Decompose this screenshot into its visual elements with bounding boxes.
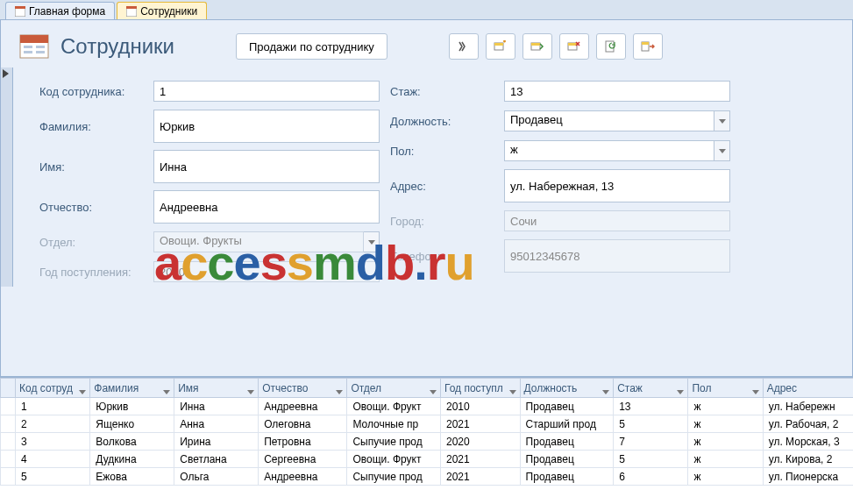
gender-select[interactable]: ж xyxy=(504,140,714,161)
cell[interactable]: 5 xyxy=(614,415,688,433)
cell[interactable]: Старший прод xyxy=(520,415,614,433)
table-row[interactable]: 2ЯщенкоАннаОлеговнаМолочные пр2021Старши… xyxy=(1,415,854,433)
close-form-button[interactable] xyxy=(633,33,663,60)
cell[interactable]: Овощи. Фрукт xyxy=(347,451,441,468)
cell[interactable]: Продавец xyxy=(520,451,614,468)
chevron-down-icon[interactable] xyxy=(163,385,172,392)
tab-employees[interactable]: Сотрудники xyxy=(117,2,207,19)
chevron-down-icon[interactable] xyxy=(336,385,345,392)
cell[interactable]: Ирина xyxy=(174,433,259,451)
row-selector-header[interactable] xyxy=(1,379,16,398)
cell[interactable]: 1 xyxy=(16,398,90,415)
cell[interactable]: Андреевна xyxy=(259,398,347,415)
chevron-down-icon[interactable] xyxy=(602,385,611,392)
cell[interactable]: 2010 xyxy=(440,398,520,415)
column-header[interactable]: Год поступл xyxy=(440,379,520,398)
row-selector[interactable] xyxy=(1,451,16,468)
cell[interactable]: ж xyxy=(688,433,763,451)
cell[interactable]: ж xyxy=(688,415,763,433)
cell[interactable]: 13 xyxy=(614,398,688,415)
cell[interactable]: Продавец xyxy=(520,468,614,486)
column-header[interactable]: Стаж xyxy=(614,379,688,398)
cell[interactable]: Продавец xyxy=(520,433,614,451)
sales-by-employee-button[interactable]: Продажи по сотруднику xyxy=(236,33,387,60)
address-field[interactable] xyxy=(504,169,730,202)
cell[interactable]: Сергеевна xyxy=(259,451,347,468)
find-button[interactable] xyxy=(449,33,479,60)
cell[interactable]: 3 xyxy=(16,433,90,451)
cell[interactable]: Продавец xyxy=(520,398,614,415)
chevron-down-icon[interactable] xyxy=(430,385,438,392)
row-selector[interactable] xyxy=(1,468,16,486)
refresh-button[interactable] xyxy=(596,33,626,60)
lastname-field[interactable] xyxy=(153,110,380,143)
id-field[interactable] xyxy=(153,81,380,102)
cell[interactable]: ул. Рабочая, 2 xyxy=(763,415,853,433)
row-selector[interactable] xyxy=(1,433,16,451)
cell[interactable]: ул. Пионерска xyxy=(763,468,853,486)
chevron-down-icon[interactable] xyxy=(714,110,730,131)
experience-field[interactable] xyxy=(504,81,730,102)
cell[interactable]: 5 xyxy=(614,451,688,468)
cell[interactable]: Волкова xyxy=(90,433,174,451)
cell[interactable]: Ежова xyxy=(90,468,174,486)
cell[interactable]: ж xyxy=(688,398,763,415)
chevron-down-icon[interactable] xyxy=(752,385,761,392)
cell[interactable]: 2021 xyxy=(440,451,520,468)
cell[interactable]: Ященко xyxy=(90,415,174,433)
cell[interactable]: Инна xyxy=(174,398,259,415)
cell[interactable]: ж xyxy=(688,451,763,468)
cell[interactable]: 2 xyxy=(16,415,90,433)
cell[interactable]: Анна xyxy=(174,415,259,433)
column-header[interactable]: Отдел xyxy=(347,379,441,398)
cell[interactable]: Ольга xyxy=(174,468,259,486)
column-header[interactable]: Отчество xyxy=(259,379,347,398)
cell[interactable]: 2020 xyxy=(440,433,520,451)
cell[interactable]: 6 xyxy=(614,468,688,486)
year-field[interactable] xyxy=(153,261,380,282)
position-select[interactable]: Продавец xyxy=(504,110,714,131)
row-selector[interactable] xyxy=(1,398,16,415)
cell[interactable]: Андреевна xyxy=(259,468,347,486)
column-header[interactable]: Адрес xyxy=(763,379,853,398)
department-select[interactable]: Овощи. Фрукты xyxy=(153,231,364,252)
column-header[interactable]: Имя xyxy=(174,379,259,398)
delete-record-button[interactable] xyxy=(559,33,589,60)
cell[interactable]: 7 xyxy=(614,433,688,451)
cell[interactable]: ул. Кирова, 2 xyxy=(763,451,853,468)
cell[interactable]: 4 xyxy=(16,451,90,468)
column-header[interactable]: Пол xyxy=(688,379,763,398)
cell[interactable]: 2021 xyxy=(440,415,520,433)
cell[interactable]: ул. Морская, 3 xyxy=(763,433,853,451)
save-record-button[interactable] xyxy=(522,33,552,60)
datasheet-grid[interactable]: Код сотрудФамилияИмяОтчествоОтделГод пос… xyxy=(0,377,853,504)
cell[interactable]: Дудкина xyxy=(90,451,174,468)
tab-main-form[interactable]: Главная форма xyxy=(5,2,115,19)
chevron-down-icon[interactable] xyxy=(247,385,256,392)
table-row[interactable]: 3ВолковаИринаПетровнаСыпучие прод2020Про… xyxy=(1,433,854,451)
cell[interactable]: Юркив xyxy=(90,398,174,415)
cell[interactable]: ул. Набережн xyxy=(763,398,853,415)
chevron-down-icon[interactable] xyxy=(364,231,380,252)
cell[interactable]: Олеговна xyxy=(259,415,347,433)
firstname-field[interactable] xyxy=(153,150,380,183)
table-row[interactable]: 1ЮркивИннаАндреевнаОвощи. Фрукт2010Прода… xyxy=(1,398,854,415)
chevron-down-icon[interactable] xyxy=(714,140,730,161)
city-field[interactable] xyxy=(504,210,730,231)
table-row[interactable]: 5ЕжоваОльгаАндреевнаСыпучие прод2021Прод… xyxy=(1,468,854,486)
chevron-down-icon[interactable] xyxy=(79,385,88,392)
cell[interactable]: Сыпучие прод xyxy=(347,468,441,486)
row-selector[interactable] xyxy=(1,415,16,433)
cell[interactable]: ж xyxy=(688,468,763,486)
phone-field[interactable] xyxy=(504,239,730,273)
patronymic-field[interactable] xyxy=(153,190,380,224)
column-header[interactable]: Код сотруд xyxy=(16,379,90,398)
chevron-down-icon[interactable] xyxy=(677,385,686,392)
cell[interactable]: 2021 xyxy=(440,468,520,486)
cell[interactable]: Молочные пр xyxy=(347,415,441,433)
record-selector[interactable] xyxy=(1,67,13,287)
new-record-button[interactable] xyxy=(486,33,515,60)
chevron-down-icon[interactable] xyxy=(509,385,518,392)
column-header[interactable]: Должность xyxy=(520,379,614,398)
cell[interactable]: Светлана xyxy=(174,451,259,468)
